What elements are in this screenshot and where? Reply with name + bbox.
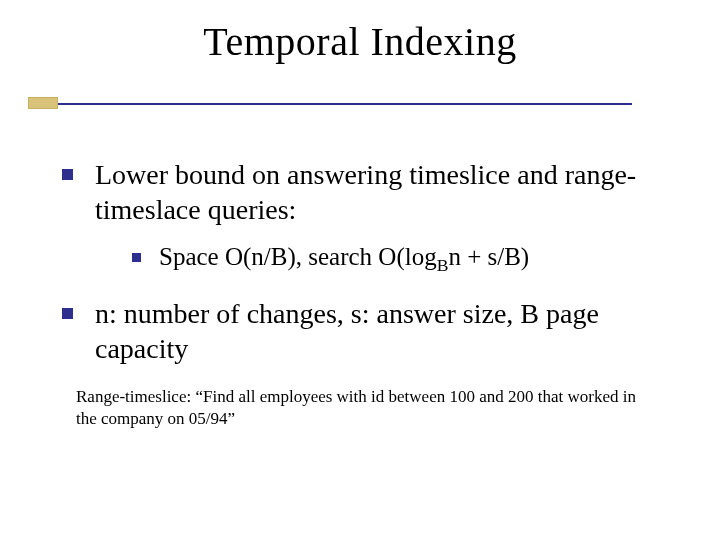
footnote-text: Range-timeslice: “Find all employees wit… xyxy=(62,386,662,432)
square-bullet-icon xyxy=(62,308,73,319)
bullet-text: Space O(n/B), search O(logBn + s/B) xyxy=(159,241,662,274)
bullet-level1: n: number of changes, s: answer size, B … xyxy=(62,296,662,366)
title-rule xyxy=(48,101,672,111)
slide: Temporal Indexing Lower bound on answeri… xyxy=(0,0,720,540)
title-wrap: Temporal Indexing xyxy=(48,18,672,65)
rule-accent-box xyxy=(28,97,58,109)
square-bullet-icon xyxy=(62,169,73,180)
bullet-level1: Lower bound on answering timeslice and r… xyxy=(62,157,662,227)
subscript: B xyxy=(437,255,449,275)
bullet-text: n: number of changes, s: answer size, B … xyxy=(95,296,662,366)
bullet-text: Lower bound on answering timeslice and r… xyxy=(95,157,662,227)
square-bullet-icon xyxy=(132,253,141,262)
slide-title: Temporal Indexing xyxy=(199,18,520,65)
rule-line xyxy=(38,103,632,105)
bullet-level2: Space O(n/B), search O(logBn + s/B) xyxy=(132,241,662,274)
text-part: n + s/B) xyxy=(448,243,529,270)
content-area: Lower bound on answering timeslice and r… xyxy=(48,157,672,431)
text-part: Space O(n/B), search O(log xyxy=(159,243,437,270)
